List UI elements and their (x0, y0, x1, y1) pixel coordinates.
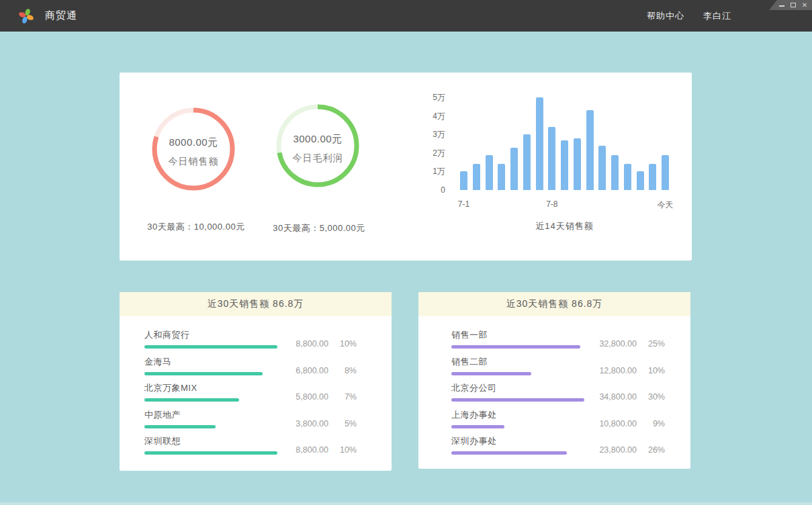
minimize-button[interactable] (778, 2, 785, 9)
rank-value-bar (451, 372, 531, 375)
rank-value-bar (144, 425, 216, 428)
rank-row: 金海马6,800.008% (144, 357, 357, 383)
titlebar: 商贸通 帮助中心 李白江 ✕ (0, 0, 812, 32)
rank-value-bar (451, 398, 584, 402)
customer-rank-list: 人和商贸行8,800.0010%金海马6,800.008%北京万象MIX5,80… (120, 316, 392, 463)
rank-value-bar (144, 398, 239, 402)
rank-percent: 8% (335, 366, 357, 375)
rank-amount: 6,800.00 (280, 366, 328, 375)
sales-bar (460, 171, 467, 190)
rank-value-bar (144, 345, 277, 349)
sales-bar-chart (460, 97, 669, 190)
rank-amount: 10,800.00 (588, 419, 637, 428)
rank-row: 销售一部32,800.0025% (451, 330, 665, 357)
sales-chart-x-axis: 7-17-8今天 (460, 199, 669, 210)
y-tick-label: 2万 (433, 148, 445, 158)
sales-bar (561, 140, 568, 191)
rank-percent: 7% (335, 392, 357, 402)
department-rank-list: 销售一部32,800.0025%销售二部12,800.0010%北京分公司34,… (418, 316, 690, 463)
sales-bar (523, 134, 531, 190)
y-tick-label: 4万 (433, 111, 445, 121)
app-logo-pinwheel-icon (18, 8, 34, 24)
rank-values: 8,800.0010% (280, 339, 357, 349)
maximize-button[interactable] (790, 2, 797, 9)
rank-percent: 10% (643, 366, 665, 375)
rank-amount: 12,800.00 (588, 366, 637, 375)
x-tick-label: 今天 (658, 199, 674, 211)
app-window: { "titlebar": { "app_title": "商贸通", "hel… (0, 0, 812, 505)
sales-bar (548, 127, 555, 190)
sales-bar (574, 138, 581, 190)
rank-row: 中原地产3,800.005% (144, 410, 357, 437)
rank-amount: 32,800.00 (588, 339, 637, 349)
help-center-link[interactable]: 帮助中心 (647, 10, 684, 22)
y-tick-label: 1万 (433, 167, 445, 176)
rank-row: 北京万象MIX5,800.007% (144, 383, 357, 410)
sales-bar (510, 148, 518, 191)
rank-amount: 5,800.00 (280, 392, 328, 402)
sales-bar (598, 146, 606, 190)
sales-bar (611, 155, 619, 190)
rank-percent: 25% (643, 339, 665, 349)
rank-amount: 8,800.00 (280, 339, 328, 349)
rank-values: 3,800.005% (280, 419, 357, 428)
sales-chart-y-axis: 01万2万3万4万5万 (412, 97, 445, 190)
rank-values: 5,800.007% (280, 392, 357, 402)
rank-row: 上海办事处10,800.009% (451, 410, 665, 437)
rank-row: 销售二部12,800.0010% (451, 357, 665, 383)
department-card-title: 近30天销售额 86.8万 (418, 292, 690, 316)
today-sales-label: 今日销售额 (169, 156, 219, 168)
sales-bar (637, 171, 644, 190)
rank-values: 6,800.008% (280, 366, 357, 375)
user-name-menu[interactable]: 李白江 (703, 10, 731, 22)
today-profit-30d-max: 30天最高：5,000.00元 (245, 222, 393, 234)
rank-value-bar (144, 451, 277, 455)
rank-row: 深圳办事处23,800.0026% (451, 436, 665, 463)
sales-bar (662, 155, 669, 190)
rank-percent: 10% (335, 339, 357, 349)
y-tick-label: 5万 (433, 93, 445, 102)
rank-values: 10,800.009% (588, 419, 665, 428)
rank-amount: 8,800.00 (280, 445, 328, 455)
today-profit-value: 3000.00元 (293, 133, 342, 146)
rank-values: 34,800.0030% (588, 392, 665, 402)
window-bottom-edge (0, 502, 812, 505)
rank-percent: 30% (643, 392, 665, 402)
rank-amount: 3,800.00 (280, 419, 328, 428)
rank-value-bar (144, 372, 263, 375)
rank-percent: 26% (643, 445, 665, 455)
sales-bar (473, 164, 480, 190)
customer-card-title: 近30天销售额 86.8万 (120, 292, 392, 316)
rank-row: 北京分公司34,800.0030% (451, 383, 665, 410)
sales-bar (649, 164, 656, 190)
rank-percent: 10% (335, 445, 357, 455)
rank-values: 32,800.0025% (588, 339, 665, 349)
rank-value-bar (451, 345, 580, 349)
department-sales-rank-card: 近30天销售额 86.8万 销售一部32,800.0025%销售二部12,800… (418, 292, 690, 469)
close-button[interactable]: ✕ (801, 2, 808, 9)
rank-percent: 9% (643, 419, 665, 428)
customer-sales-rank-card: 近30天销售额 86.8万 人和商贸行8,800.0010%金海马6,800.0… (120, 292, 392, 471)
window-controls: ✕ (769, 0, 812, 10)
rank-value-bar (451, 451, 567, 455)
today-summary-card: 8000.00元 今日销售额 30天最高：10,000.00元 3000.00元… (120, 73, 692, 261)
x-tick-label: 7-8 (546, 199, 557, 209)
minimize-icon (779, 3, 784, 7)
rank-row: 深圳联想8,800.0010% (144, 436, 357, 463)
today-sales-value: 8000.00元 (169, 136, 218, 149)
close-icon: ✕ (802, 2, 807, 9)
sales-chart-caption: 近14天销售额 (460, 220, 669, 232)
rank-amount: 23,800.00 (588, 445, 637, 455)
sales-bar (486, 155, 493, 190)
rank-row: 人和商贸行8,800.0010% (144, 330, 357, 357)
rank-percent: 5% (335, 419, 357, 428)
sales-bar (498, 164, 505, 190)
rank-amount: 34,800.00 (588, 392, 637, 402)
y-tick-label: 0 (441, 185, 445, 195)
sales-bar (536, 97, 543, 190)
rank-values: 12,800.0010% (588, 366, 665, 375)
maximize-icon (791, 3, 796, 7)
today-profit-label: 今日毛利润 (293, 152, 343, 165)
sales-bar (586, 110, 594, 190)
rank-values: 23,800.0026% (588, 445, 665, 455)
